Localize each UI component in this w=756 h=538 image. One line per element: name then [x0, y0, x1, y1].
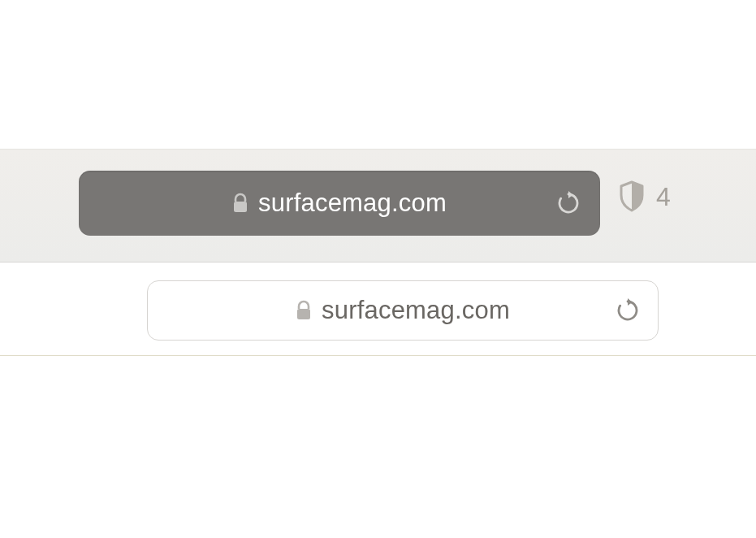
address-content-light: surfacemag.com [296, 296, 510, 325]
address-content-dark: surfacemag.com [232, 189, 447, 218]
screenshot-canvas: surfacemag.com 4 surface [0, 0, 756, 538]
shield-icon [619, 180, 645, 213]
lock-icon [296, 300, 312, 321]
tracker-count: 4 [656, 182, 671, 212]
address-domain-text: surfacemag.com [258, 189, 447, 218]
svg-rect-1 [297, 309, 310, 319]
address-bar-light[interactable]: surfacemag.com [147, 280, 659, 341]
svg-rect-0 [234, 202, 247, 212]
lock-icon [232, 193, 248, 214]
privacy-report-button[interactable]: 4 [619, 180, 671, 213]
reload-button[interactable] [556, 191, 581, 215]
address-bar-dark[interactable]: surfacemag.com [79, 171, 600, 236]
reload-button[interactable] [616, 298, 640, 323]
address-domain-text: surfacemag.com [322, 296, 510, 325]
